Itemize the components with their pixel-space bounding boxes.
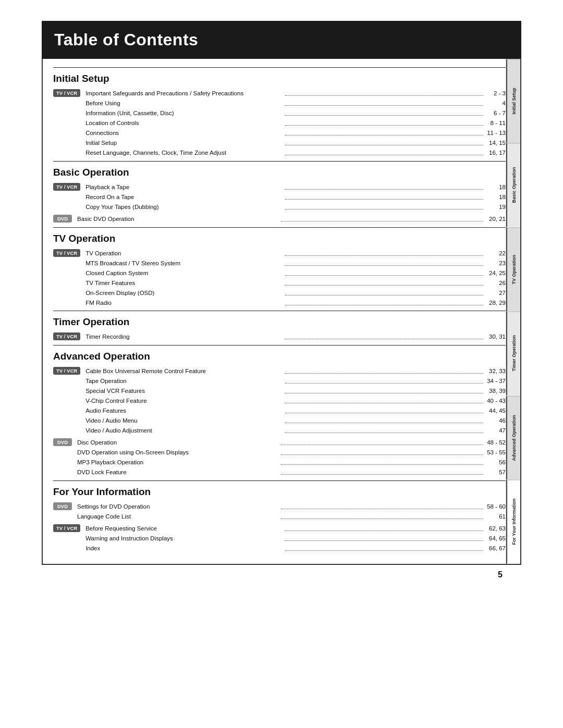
right-sidebar: Initial SetupBasic OperationTV Operation… [506,59,520,564]
badge-vcr: TV / VCR [53,249,80,257]
item-page: 44, 45 [485,406,506,416]
item-label: TV Timer Features [85,278,284,288]
item-dots [281,512,483,519]
list-item: Information (Unit, Cassette, Disc)6 - 7 [85,108,506,118]
item-dots [281,214,483,221]
section-heading-advanced-operation: Advanced Operation [53,351,506,362]
item-label: MTS Broadcast / TV Stereo System [85,258,284,268]
item-label: Video / Audio Adjustment [85,426,284,436]
list-item: Tape Operation34 - 37 [85,376,506,386]
item-label: Tape Operation [85,376,284,386]
item-page: 22 [485,249,506,258]
item-page: 34 - 37 [485,376,506,386]
list-item: TV Operation22 [85,249,506,258]
item-label: Language Code List [77,512,279,522]
items-list-advanced-operation-0: Cable Box Universal Remote Control Featu… [85,366,506,436]
item-page: 56 [485,458,506,467]
item-page: 24, 25 [485,268,506,278]
item-dots [285,426,483,433]
item-label: V-Chip Control Feature [85,396,284,406]
item-label: DVD Lock Feature [77,467,279,477]
badge-vcr: TV / VCR [53,89,80,97]
item-label: Before Using [85,98,284,108]
item-label: Connections [85,128,284,138]
items-list-basic-operation-1: Basic DVD Operation20, 21 [77,214,506,224]
item-dots [285,98,483,106]
badge-vcr: TV / VCR [53,367,80,375]
item-page: 53 - 55 [485,448,506,458]
main-content: Initial SetupTV / VCRImportant Safeguard… [43,59,506,564]
item-dots [281,458,483,465]
list-item: Playback a Tape18 [85,182,506,192]
items-list-advanced-operation-1: Disc Operation48 - 52DVD Operation using… [77,438,506,477]
item-label: Before Requesting Service [85,524,284,534]
item-page: 19 [485,202,506,212]
item-dots [281,438,483,445]
list-item: Initial Setup14, 15 [85,138,506,148]
list-item: Before Using4 [85,98,506,108]
item-label: Playback a Tape [85,182,284,192]
list-item: FM Radio28, 29 [85,298,506,308]
item-page: 18 [485,192,506,202]
item-dots [281,467,483,475]
list-item: Disc Operation48 - 52 [77,438,506,448]
sidebar-tab-basic-operation: Basic Operation [506,143,520,227]
item-page: 23 [485,258,506,268]
item-label: Initial Setup [85,138,284,148]
section-row-tv-operation-0: TV / VCRTV Operation22MTS Broadcast / TV… [53,249,506,308]
item-dots [285,138,483,145]
item-dots [285,288,483,295]
item-page: 48 - 52 [485,438,506,448]
sidebar-tab-for-your-information: For Your Information [506,479,520,563]
item-page: 30, 31 [485,332,506,342]
item-page: 47 [485,426,506,436]
list-item: Location of Controls8 - 11 [85,118,506,128]
content-area: Initial SetupTV / VCRImportant Safeguard… [42,59,521,565]
list-item: Video / Audio Menu46 [85,416,506,426]
section-row-advanced-operation-1: DVDDisc Operation48 - 52DVD Operation us… [53,438,506,477]
item-dots [285,128,483,135]
item-label: DVD Operation using On-Screen Displays [77,448,279,458]
list-item: MP3 Playback Operation56 [77,458,506,467]
item-label: Information (Unit, Cassette, Disc) [85,108,284,118]
item-dots [285,148,483,155]
item-page: 38, 39 [485,386,506,396]
item-label: Special VCR Features [85,386,284,396]
list-item: Video / Audio Adjustment47 [85,426,506,436]
list-item: Record On a Tape18 [85,192,506,202]
item-dots [285,396,483,403]
list-item: Index66, 67 [85,544,506,553]
list-item: V-Chip Control Feature40 - 43 [85,396,506,406]
list-item: Important Safeguards and Precautions / S… [85,89,506,98]
item-dots [285,108,483,116]
list-item: Connections11 - 13 [85,128,506,138]
page-number: 5 [42,565,521,579]
list-item: Copy Your Tapes (Dubbing)19 [85,202,506,212]
item-dots [281,502,483,509]
list-item: Timer Recording30, 31 [85,332,506,342]
item-dots [281,448,483,455]
item-label: Location of Controls [85,118,284,128]
item-label: Timer Recording [85,332,284,342]
list-item: Settings for DVD Operation58 - 60 [77,502,506,512]
sidebar-tab-tv-operation: TV Operation [506,227,520,311]
section-row-for-your-information-0: DVDSettings for DVD Operation58 - 60Lang… [53,502,506,522]
badge-vcr: TV / VCR [53,183,80,191]
item-label: Disc Operation [77,438,279,448]
section-row-advanced-operation-0: TV / VCRCable Box Universal Remote Contr… [53,366,506,436]
item-dots [285,298,483,305]
items-list-timer-operation-0: Timer Recording30, 31 [85,332,506,342]
item-page: 61 [485,512,506,522]
item-label: Settings for DVD Operation [77,502,279,512]
section-row-timer-operation-0: TV / VCRTimer Recording30, 31 [53,332,506,342]
section-heading-timer-operation: Timer Operation [53,316,506,328]
item-page: 4 [485,98,506,108]
item-page: 32, 33 [485,366,506,376]
item-dots [285,249,483,256]
item-page: 28, 29 [485,298,506,308]
list-item: Reset Language, Channels, Clock, Time Zo… [85,148,506,158]
item-label: Closed Caption System [85,268,284,278]
item-dots [285,182,483,190]
item-page: 58 - 60 [485,502,506,512]
item-dots [285,376,483,384]
